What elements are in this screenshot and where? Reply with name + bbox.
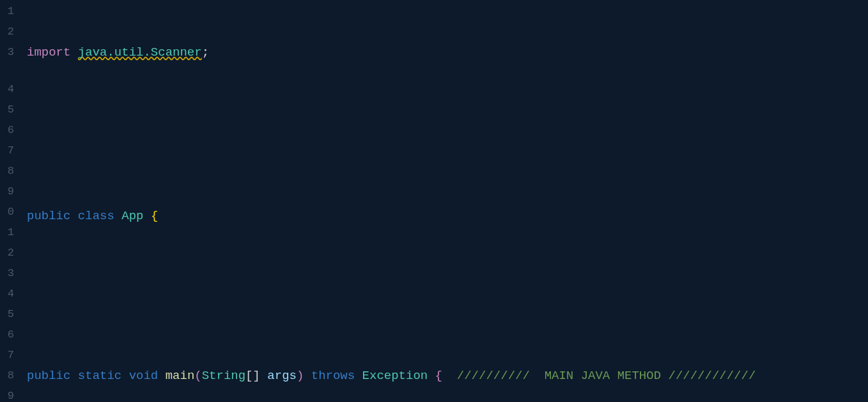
keyword-throws: throws: [311, 366, 355, 386]
code-editor: 1 2 3 4 5 6 7 8 9 0 1 2 3 4 5 6 7 8 9 im…: [0, 0, 868, 402]
line-number: 6: [0, 325, 14, 345]
line-number: 7: [0, 345, 14, 366]
keyword-void: void: [129, 366, 159, 386]
line-number: 5: [0, 304, 14, 325]
line-number: 9: [0, 386, 14, 402]
line-number: 0: [0, 202, 14, 222]
import-package: java.util.Scanner: [78, 42, 202, 63]
param-args: args: [267, 366, 297, 386]
line-number: 6: [0, 120, 14, 141]
brace-open: {: [435, 366, 442, 386]
brackets: []: [245, 366, 260, 386]
code-line[interactable]: import java.util.Scanner;: [27, 42, 868, 63]
class-name: App: [121, 206, 143, 226]
codelens: [27, 288, 868, 304]
keyword-static: static: [78, 366, 121, 386]
code-line-empty[interactable]: [27, 124, 868, 144]
keyword-import: import: [27, 42, 70, 63]
code-line[interactable]: public static void main(String[] args) t…: [27, 366, 868, 386]
type-string: String: [202, 366, 245, 386]
keyword-public: public: [27, 366, 70, 386]
paren-close: ): [297, 366, 304, 386]
code-line[interactable]: public class App {: [27, 206, 868, 226]
line-number: 9: [0, 182, 14, 202]
line-number: 1: [0, 222, 14, 243]
code-content[interactable]: import java.util.Scanner; public class A…: [19, 0, 868, 402]
line-number: 3: [0, 42, 14, 63]
brace-open: {: [151, 206, 158, 226]
line-number: 4: [0, 284, 14, 304]
line-number: 2: [0, 22, 14, 42]
line-number: 5: [0, 100, 14, 120]
line-number: 8: [0, 366, 14, 386]
line-number: 8: [0, 161, 14, 182]
paren-open: (: [194, 366, 201, 386]
method-main: main: [166, 366, 195, 386]
semicolon: ;: [202, 42, 209, 63]
line-number: 1: [0, 1, 14, 22]
comment: ////////// MAIN JAVA METHOD ////////////: [442, 366, 756, 386]
keyword-class: class: [78, 206, 114, 226]
line-number: 4: [0, 79, 14, 100]
type-exception: Exception: [362, 366, 428, 386]
line-number: 3: [0, 263, 14, 284]
line-number-gutter: 1 2 3 4 5 6 7 8 9 0 1 2 3 4 5 6 7 8 9: [0, 0, 19, 402]
line-number: [0, 63, 14, 79]
line-number: 2: [0, 243, 14, 263]
keyword-public: public: [27, 206, 70, 226]
line-number: 7: [0, 141, 14, 161]
